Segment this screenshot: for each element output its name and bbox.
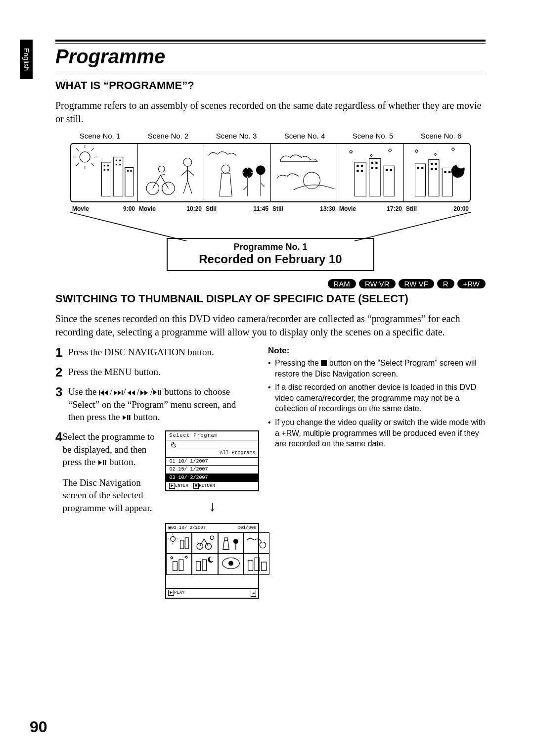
section1-body: Programme refers to an assembly of scene… xyxy=(55,99,486,126)
svg-point-101 xyxy=(210,557,215,562)
scene-time: 13:30 xyxy=(320,205,335,212)
svg-line-8 xyxy=(91,163,93,166)
step1-text: Press the DISC NAVIGATION button. xyxy=(68,346,253,359)
svg-point-23 xyxy=(162,182,174,194)
play-pause-icon xyxy=(98,459,107,466)
note-heading: Note: xyxy=(268,346,486,356)
note-item: • Pressing the button on the “Select Pro… xyxy=(268,358,486,379)
svg-line-7 xyxy=(76,163,79,166)
thumb xyxy=(166,532,192,554)
svg-line-6 xyxy=(91,148,93,150)
svg-marker-71 xyxy=(118,390,121,395)
scene-meta: Movie9:00 Movie10:20 Still11:45 Still13:… xyxy=(70,205,471,212)
girl-sunflower-icon xyxy=(204,144,270,201)
scene-label: Scene No. 4 xyxy=(275,132,334,140)
evening-buildings-icon xyxy=(337,144,403,201)
svg-rect-12 xyxy=(104,165,105,166)
step-number: 2 xyxy=(55,366,68,378)
svg-rect-82 xyxy=(129,415,131,420)
svg-rect-106 xyxy=(248,561,253,571)
scene-label: Scene No. 2 xyxy=(138,132,198,140)
scene-type: Still xyxy=(206,205,217,212)
footer-enter: ENTER xyxy=(175,483,188,488)
svg-point-25 xyxy=(183,158,192,166)
thumb-date: 10/ 2/2007 xyxy=(179,525,206,530)
sun-buildings-icon xyxy=(71,144,137,201)
svg-rect-78 xyxy=(158,390,159,395)
svg-rect-63 xyxy=(444,171,446,173)
scene-time: 20:00 xyxy=(453,205,469,212)
thumb xyxy=(192,532,218,554)
prev-track-icon xyxy=(99,389,110,396)
scene-type: Movie xyxy=(139,205,156,212)
svg-point-93 xyxy=(211,536,214,539)
svg-rect-57 xyxy=(417,167,419,169)
svg-rect-54 xyxy=(415,164,425,196)
step3-text: Use the //// buttons to choose “Select” … xyxy=(68,385,253,424)
clouds-sun-icon xyxy=(271,144,337,201)
fast-forward-icon xyxy=(139,389,150,396)
svg-line-65 xyxy=(70,212,186,241)
svg-marker-76 xyxy=(144,390,148,395)
svg-point-26 xyxy=(222,165,230,173)
svg-rect-102 xyxy=(196,562,201,571)
section2-body: Since the scenes recorded on this DVD vi… xyxy=(55,312,486,339)
rewind-icon xyxy=(126,389,137,396)
svg-point-86 xyxy=(172,444,173,445)
funnel-lines xyxy=(70,212,471,242)
svg-point-97 xyxy=(260,542,266,548)
svg-rect-103 xyxy=(203,560,207,570)
svg-point-95 xyxy=(233,539,238,544)
svg-rect-17 xyxy=(119,160,121,161)
down-arrow-icon: ↓ xyxy=(165,496,259,517)
svg-rect-10 xyxy=(114,157,123,196)
thumb-play-label: PLAY xyxy=(174,590,185,595)
night-buildings-icon xyxy=(404,144,470,201)
scene-thumb-1 xyxy=(71,144,138,201)
play-pause-icon xyxy=(153,389,162,396)
scene-type: Still xyxy=(272,205,283,212)
svg-rect-61 xyxy=(431,168,433,170)
svg-rect-18 xyxy=(116,164,117,165)
thumb-counter: 001/008 xyxy=(238,525,257,531)
svg-line-31 xyxy=(243,186,247,189)
svg-rect-52 xyxy=(390,169,392,171)
svg-rect-9 xyxy=(101,162,111,196)
scene-thumb-3 xyxy=(204,144,271,201)
svg-rect-45 xyxy=(356,170,358,172)
steps-column: 1 Press the DISC NAVIGATION button. 2 Pr… xyxy=(55,346,253,606)
svg-rect-16 xyxy=(116,160,117,161)
step4-text: Select the programme to be displayed, an… xyxy=(62,430,156,599)
svg-rect-107 xyxy=(255,558,260,571)
play-pause-icon xyxy=(122,414,131,421)
section1-heading: WHAT IS “PROGRAMME”? xyxy=(55,79,486,92)
step4-graphics: Select Program All Programs 01 10/ 1/200… xyxy=(165,430,259,599)
svg-rect-59 xyxy=(431,163,433,165)
step-number: 1 xyxy=(55,346,68,359)
thumb xyxy=(218,554,244,575)
list-item: All Programs xyxy=(166,449,258,458)
scene-time: 10:20 xyxy=(186,205,202,212)
svg-point-88 xyxy=(171,537,176,542)
format-badge: R xyxy=(437,279,454,288)
notes-column: Note: • Pressing the button on the “Sele… xyxy=(268,346,486,606)
svg-point-28 xyxy=(256,165,266,175)
svg-point-24 xyxy=(158,166,165,172)
step2-text: Press the MENU button. xyxy=(68,366,253,378)
svg-rect-20 xyxy=(127,170,129,172)
svg-rect-108 xyxy=(261,562,266,570)
svg-point-53 xyxy=(456,159,465,169)
svg-marker-68 xyxy=(100,390,104,395)
svg-rect-49 xyxy=(371,167,373,169)
svg-rect-41 xyxy=(369,159,381,196)
programme-date: Recorded on February 10 xyxy=(173,252,368,266)
svg-marker-74 xyxy=(132,390,135,395)
format-badge: RAM xyxy=(328,279,356,288)
scene-type: Movie xyxy=(339,205,356,212)
scene-type: Movie xyxy=(72,205,89,212)
svg-point-94 xyxy=(224,537,227,541)
svg-marker-80 xyxy=(123,415,126,420)
svg-line-5 xyxy=(76,148,79,150)
select-program-screen: Select Program All Programs 01 10/ 1/200… xyxy=(165,430,259,491)
scene-thumb-2 xyxy=(138,144,205,201)
